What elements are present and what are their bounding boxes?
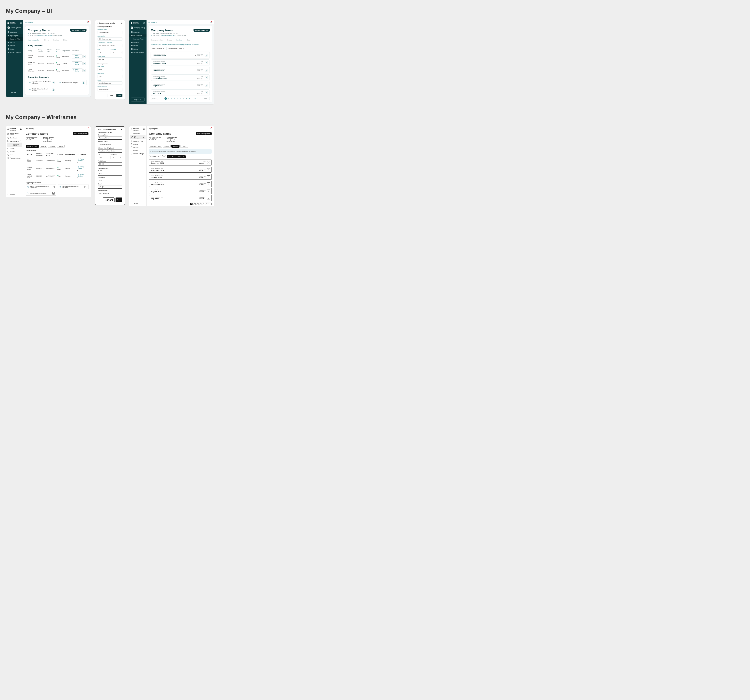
notifications-icon[interactable] xyxy=(86,127,88,129)
tab-policy[interactable]: Insurance policy xyxy=(151,38,163,42)
cancel-button[interactable]: Cancel xyxy=(107,94,115,97)
invoice-row[interactable]: Invoice Month and YearJuly 2024 Invoice … xyxy=(149,195,212,201)
notifications-icon[interactable] xyxy=(210,127,212,129)
notifications-icon[interactable] xyxy=(210,21,212,23)
contact-email[interactable]: john@abctrucking.com xyxy=(37,35,52,36)
collapse-icon[interactable]: ◧ xyxy=(143,129,145,130)
table-row[interactable]: Critical Illness1234567801/31/2024 Activ… xyxy=(28,53,86,60)
nav-account-settings[interactable]: Account Settings xyxy=(129,51,146,54)
download-button[interactable] xyxy=(205,84,208,86)
invoice-row[interactable]: Invoice month and yearJuly 2024 Invoice … xyxy=(151,89,210,96)
invoice-row[interactable]: Invoice Month and YearNovember 2024 Invo… xyxy=(149,167,212,173)
invoice-row[interactable]: Invoice month and yearOctober 2024 Invoi… xyxy=(151,67,210,73)
input-first[interactable] xyxy=(98,172,122,175)
pager-back[interactable]: ‹Back xyxy=(151,97,158,100)
doc-card[interactable]: 📎Beneficiary Form Tempalte⤓ xyxy=(26,191,56,196)
nav-account-settings[interactable]: Account Settings xyxy=(6,51,23,54)
nav-my-company[interactable]: My Company ⌃ xyxy=(6,34,23,37)
nav-dashboard[interactable]: Dashboard xyxy=(6,136,23,140)
download-button[interactable]: ⤓ xyxy=(207,175,210,178)
input-last[interactable] xyxy=(98,75,123,78)
download-button[interactable] xyxy=(52,88,55,91)
collapse-icon[interactable]: ◧ xyxy=(20,129,22,130)
nav-history[interactable]: History xyxy=(129,48,146,51)
pager-number[interactable]: 8 xyxy=(185,97,188,100)
filter-calendar[interactable]: ☐ xyxy=(162,155,166,158)
tab-drivers[interactable]: Drivers xyxy=(40,145,47,148)
input-addr2[interactable] xyxy=(98,149,122,153)
input-city[interactable] xyxy=(98,51,109,54)
nav-my-company[interactable]: My Company⌄ xyxy=(130,135,146,140)
tab-history[interactable]: History xyxy=(180,145,188,148)
invoice-row[interactable]: Invoice Month and YearAugust 2024 Invoic… xyxy=(149,188,212,194)
notifications-icon[interactable] xyxy=(87,21,89,23)
nav-insurance-policy[interactable]: Insurance Policy xyxy=(6,37,23,41)
nav-invoices[interactable]: Invoices xyxy=(129,146,146,149)
nav-history[interactable]: History xyxy=(6,153,23,157)
nav-history[interactable]: History xyxy=(6,48,23,51)
invoice-row[interactable]: Invoice month and yearNovember 2024 Invo… xyxy=(151,60,210,66)
company-chip[interactable]: C [Company Name] xyxy=(131,26,145,29)
download-button[interactable] xyxy=(205,91,208,94)
edit-profile-button[interactable]: Edit Company Profile xyxy=(194,29,210,32)
input-addr2[interactable] xyxy=(98,44,123,48)
input-email[interactable] xyxy=(98,185,122,189)
download-button[interactable]: ⤓ xyxy=(207,168,210,171)
nav-account-settings[interactable]: Account Settings xyxy=(6,157,23,160)
download-button[interactable] xyxy=(83,55,86,58)
download-button[interactable] xyxy=(82,81,85,84)
tab-invoices[interactable]: Invoices xyxy=(176,38,183,42)
breadcrumb[interactable]: My Company xyxy=(149,21,157,23)
table-row[interactable]: Travel Medical Emer…0987654MM/DD/YYYY Ac… xyxy=(26,172,88,180)
download-button[interactable] xyxy=(83,62,86,65)
col-requirement[interactable]: Requirement xyxy=(61,48,71,53)
input-last[interactable] xyxy=(98,179,122,182)
input-postal[interactable] xyxy=(98,162,122,166)
policy-booklet-button[interactable]: Policy Booklet xyxy=(72,61,83,65)
download-button[interactable] xyxy=(205,61,208,64)
edit-profile-button[interactable]: Edit Company Profile xyxy=(196,132,212,135)
logout-button[interactable]: ⇤Log Out xyxy=(6,192,23,196)
download-icon[interactable]: ⤓ xyxy=(77,162,78,163)
download-button[interactable]: ⤓ xyxy=(53,186,55,188)
pager-number[interactable]: 1 xyxy=(190,203,192,205)
download-button[interactable] xyxy=(83,69,86,72)
pager-number[interactable]: 9 xyxy=(188,97,191,100)
nav-drivers[interactable]: Drivers xyxy=(6,147,23,150)
table-row[interactable]: Critical Illness12345678MM/DD/YYYY Activ… xyxy=(26,157,88,164)
filter-range[interactable]: Last 12 Months xyxy=(149,155,161,158)
nav-history[interactable]: History xyxy=(129,149,146,152)
download-button[interactable]: ⤓ xyxy=(207,196,210,200)
invoice-row[interactable]: Invoice Month and YearDecember 2024 Invo… xyxy=(149,160,212,166)
close-icon[interactable]: ✕ xyxy=(121,129,122,130)
nav-insurance-policy[interactable]: Insurance Policy xyxy=(129,37,146,41)
logout-button[interactable]: Log Out ⇥ xyxy=(8,90,22,94)
nav-dashboard[interactable]: Dashboard xyxy=(129,31,146,34)
nav-invoices[interactable]: Invoices xyxy=(6,41,23,44)
company-chip[interactable]: C [Company Name] xyxy=(8,26,22,29)
input-first[interactable] xyxy=(98,68,123,71)
filter-sort[interactable]: Sort: Newest to Oldest▾ xyxy=(166,47,185,51)
download-button[interactable] xyxy=(52,81,55,84)
invoice-row[interactable]: Invoice month and yearDecember 2024 Invo… xyxy=(151,52,210,58)
table-row[interactable]: Health & Dental67654321MM/DD/YYYY Active… xyxy=(26,165,88,172)
pager-number[interactable]: 5 xyxy=(176,97,179,100)
col-policy[interactable]: Policy xyxy=(28,48,37,53)
table-row[interactable]: Travel Medical…1234567801/31/2024 Active… xyxy=(28,67,86,74)
tab-invoices[interactable]: Invoices xyxy=(171,145,180,148)
pager-number[interactable]: 2 xyxy=(193,203,195,205)
nav-account-settings[interactable]: Account Settings xyxy=(129,152,146,155)
input-email[interactable] xyxy=(98,81,123,85)
tab-policy[interactable]: Insurance policy xyxy=(28,38,40,42)
download-button[interactable] xyxy=(205,76,208,79)
tab-history[interactable]: History xyxy=(57,145,65,148)
download-button[interactable] xyxy=(205,54,208,57)
collapse-icon[interactable]: ◧ xyxy=(20,22,22,24)
invoice-row[interactable]: Invoice Month and YearOctober 2024 Invoi… xyxy=(149,174,212,180)
nav-drivers[interactable]: Drivers xyxy=(6,44,23,48)
select-province[interactable] xyxy=(111,51,123,54)
cancel-button[interactable]: Cancel xyxy=(103,198,115,203)
pager-number[interactable]: 3 xyxy=(196,203,198,205)
tab-invoices[interactable]: Invoices xyxy=(48,145,57,148)
policy-booklet-button[interactable]: 🔗 Policy Booklet xyxy=(77,158,87,162)
